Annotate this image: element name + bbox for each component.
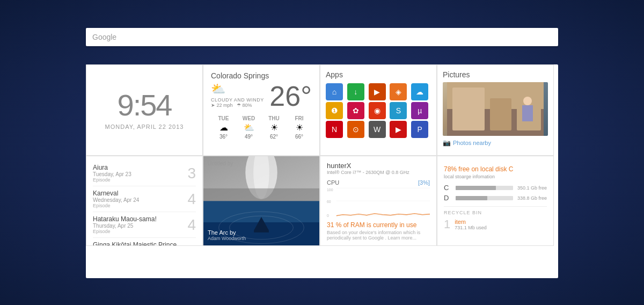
- recycle-row: 1 item 731.1 Mb used: [444, 217, 547, 231]
- forecast-temp: 49°: [236, 134, 261, 140]
- weather-humidity: 80%: [243, 103, 252, 108]
- cal-num: 4: [187, 191, 196, 208]
- cal-item-left: Aiura Tuesday, Apr 23 Episode: [93, 164, 131, 183]
- cpu-subtitle: Intel® Core i7™ - 2630QM @ 0.8 GHz: [327, 170, 430, 175]
- cal-date: Thursday, Apr 25: [93, 223, 157, 229]
- photos-nearby[interactable]: 📷 Photos nearby: [443, 139, 548, 147]
- cpu-widget: hunterX Intel® Core i7™ - 2630QM @ 0.8 G…: [320, 156, 437, 246]
- picture-thumbnail[interactable]: [443, 82, 548, 136]
- image-author: Adam Woodworth: [208, 236, 246, 241]
- svg-rect-2: [452, 88, 485, 130]
- cal-item-aiura: Aiura Tuesday, Apr 23 Episode 3: [93, 161, 196, 186]
- cal-item-left: Ginga Kikōtai Majestic Prince Thursday, …: [93, 241, 177, 246]
- calendar-widget: Aiura Tuesday, Apr 23 Episode 3 Karneval…: [86, 156, 203, 246]
- app-icon-12[interactable]: W: [369, 121, 386, 138]
- picture-svg: [443, 82, 548, 136]
- drive-d-letter: D: [444, 194, 451, 202]
- recycle-item-label: item: [455, 219, 547, 225]
- forecast-temp: 66°: [287, 134, 312, 140]
- cal-item-left: Hataraku Maou-sama! Thursday, Apr 25 Epi…: [93, 215, 157, 234]
- drive-d-bar-bg: [456, 196, 513, 200]
- cal-title: Hataraku Maou-sama!: [93, 215, 157, 223]
- cpu-label-row: CPU [3%]: [327, 179, 430, 186]
- photos-nearby-label: Photos nearby: [453, 140, 491, 146]
- cal-sub: Episode: [93, 229, 157, 234]
- weather-wind-value: 22 mph: [217, 103, 233, 108]
- app-icon-13[interactable]: ▶: [390, 121, 407, 138]
- clock-date: MONDAY, APRIL 22 2013: [105, 124, 184, 130]
- recycle-num: 1: [444, 217, 450, 231]
- cpu-ram-text: 31 % of RAM is currently in use: [327, 221, 430, 229]
- app-icon-9[interactable]: µ: [411, 102, 428, 119]
- cpu-ram-sub: Based on your device's information which…: [327, 230, 430, 241]
- weather-main: ⛅ CLOUDY AND WINDY ➤ 22 mph ☂ 80% 26°: [211, 82, 312, 110]
- image-strip-widget: Untitled by The Arc by Adam Woodworth: [203, 156, 320, 246]
- image-caption: The Arc by Adam Woodworth: [208, 229, 246, 241]
- drive-c-bar: [456, 186, 496, 190]
- dashboard: 9:54 MONDAY, APRIL 22 2013 Colorado Spri…: [86, 64, 558, 278]
- forecast-thu: THU ☀ 62°: [261, 115, 287, 140]
- weather-forecast: TUE ☁ 36° WED ⛅ 49° THU ☀ 62° FRI ☀ 66°: [211, 115, 312, 140]
- forecast-day-name: WED: [236, 115, 261, 121]
- app-icon-2[interactable]: ▶: [369, 83, 386, 100]
- app-icon-10[interactable]: N: [326, 121, 343, 138]
- cal-date: Tuesday, Apr 23: [93, 171, 131, 177]
- app-icon-11[interactable]: ⊙: [347, 121, 364, 138]
- camera-icon: 📷: [443, 139, 451, 147]
- svg-rect-3: [490, 98, 511, 130]
- recycle-section: RECYCLE BIN 1 item 731.1 Mb used: [444, 206, 547, 231]
- drive-d-row: D 338.8 Gb free: [444, 194, 547, 202]
- forecast-day-name: FRI: [287, 115, 312, 121]
- cal-num: 4: [187, 216, 196, 234]
- pictures-title: Pictures: [443, 70, 548, 79]
- app-icon-8[interactable]: S: [390, 102, 407, 119]
- cpu-graph: 100 60 0: [327, 187, 430, 219]
- pictures-widget: Pictures 📷 Photos nearby: [437, 64, 554, 156]
- app-icon-14[interactable]: P: [411, 121, 428, 138]
- weather-icon-area: ⛅ CLOUDY AND WINDY ➤ 22 mph ☂ 80%: [211, 82, 264, 108]
- drive-c-free: 350.1 Gb free: [517, 185, 547, 191]
- recycle-info: item 731.1 Mb used: [455, 219, 547, 230]
- cpu-pct: [3%]: [418, 179, 430, 186]
- apps-title: Apps: [326, 70, 431, 79]
- svg-rect-6: [522, 105, 533, 121]
- cal-sub: Episode: [93, 203, 139, 208]
- cpu-graph-svg: 100 60 0: [327, 187, 430, 219]
- cpu-label: CPU: [327, 179, 339, 186]
- search-bar[interactable]: Google: [86, 28, 558, 46]
- recycle-label: RECYCLE BIN: [444, 210, 547, 215]
- weather-widget: Colorado Springs ⛅ CLOUDY AND WINDY ➤ 22…: [203, 64, 320, 156]
- storage-header: 78% free on local disk C local stoarge i…: [444, 162, 547, 179]
- svg-rect-18: [254, 230, 269, 233]
- image-untitled-label: Untitled by: [208, 161, 233, 166]
- app-icon-5[interactable]: ❶: [326, 102, 343, 119]
- storage-widget: 78% free on local disk C local stoarge i…: [437, 156, 554, 246]
- apps-grid: ⌂↓▶◈☁❶✿◉SµN⊙W▶P: [326, 83, 431, 138]
- cal-num: 3: [187, 165, 196, 182]
- weather-city: Colorado Springs: [211, 71, 312, 80]
- cal-item-left: Karneval Wednesday, Apr 24 Episode: [93, 190, 139, 208]
- cal-title: Aiura: [93, 164, 131, 171]
- app-icon-4[interactable]: ☁: [411, 83, 428, 100]
- app-icon-3[interactable]: ◈: [390, 83, 407, 100]
- app-icon-7[interactable]: ◉: [369, 102, 386, 119]
- drive-c-row: C 350.1 Gb free: [444, 184, 547, 192]
- drive-d-bar: [456, 196, 487, 200]
- cal-title: Ginga Kikōtai Majestic Prince: [93, 241, 177, 246]
- forecast-icon: ☀: [261, 122, 287, 133]
- forecast-fri: FRI ☀ 66°: [287, 115, 312, 140]
- app-icon-1[interactable]: ↓: [347, 83, 364, 100]
- cal-num: 4: [187, 242, 196, 246]
- cal-item-karneval: Karneval Wednesday, Apr 24 Episode 4: [93, 186, 196, 212]
- svg-text:100: 100: [327, 188, 333, 192]
- app-icon-6[interactable]: ✿: [347, 102, 364, 119]
- svg-text:0: 0: [327, 214, 329, 217]
- weather-wind: ➤ 22 mph ☂ 80%: [211, 103, 264, 108]
- app-icon-0[interactable]: ⌂: [326, 83, 343, 100]
- search-placeholder: Google: [92, 33, 116, 41]
- storage-pct-suffix: % free on local disk C: [451, 165, 513, 173]
- cal-date: Wednesday, Apr 24: [93, 197, 139, 203]
- svg-rect-13: [203, 188, 319, 201]
- weather-temp: 26°: [269, 82, 312, 110]
- wind-arrow-icon: ➤: [211, 103, 215, 108]
